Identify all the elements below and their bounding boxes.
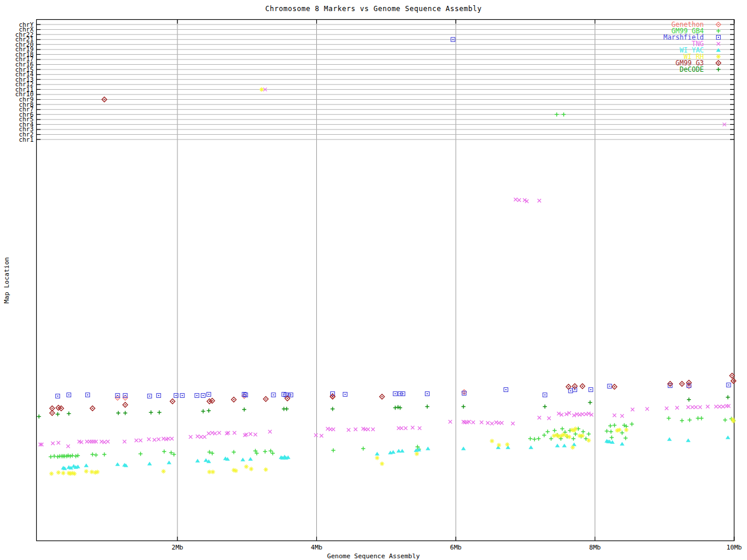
data-point-marker [102, 453, 106, 457]
data-point-marker [162, 450, 166, 454]
data-point-marker [55, 394, 60, 398]
data-point-marker [490, 422, 494, 425]
data-point-marker [74, 454, 78, 459]
data-point-marker [609, 430, 613, 434]
data-point-marker [116, 411, 120, 415]
series-gm99-gb4 [48, 113, 735, 459]
data-point-marker [537, 416, 541, 419]
data-point-marker [511, 422, 515, 425]
data-point-marker [537, 199, 541, 202]
data-point-marker [361, 447, 365, 451]
data-point-marker [543, 405, 547, 409]
x-tick-label: 4Mb [311, 544, 323, 551]
data-point-marker [90, 406, 95, 411]
data-point-marker [147, 438, 151, 441]
series-wi-yac [61, 435, 730, 470]
data-point-marker [725, 435, 730, 439]
data-point-marker [67, 393, 71, 397]
data-point-marker [233, 431, 236, 435]
data-point-marker [153, 438, 156, 442]
legend-marker-icon [717, 68, 721, 72]
data-point-marker [135, 439, 138, 442]
data-point-marker [425, 392, 430, 396]
data-point-marker [631, 408, 634, 411]
x-tick-label: 6Mb [450, 544, 462, 551]
data-point-marker [195, 394, 199, 398]
data-point-marker [218, 431, 221, 435]
chart-canvas: Chromosome 8 Markers vs Genome Sequence … [0, 0, 747, 560]
data-point-marker [94, 440, 97, 443]
plot-area: chrYchrXchr22chr21chr20chr19chr18chr17ch… [0, 0, 747, 560]
data-point-marker [620, 414, 624, 418]
data-point-marker [371, 428, 375, 431]
data-point-marker [687, 418, 692, 422]
data-point-marker [529, 445, 533, 449]
series-gm99-g3 [50, 97, 736, 415]
data-point-marker [148, 394, 152, 398]
data-point-marker [726, 396, 730, 400]
data-point-marker [138, 452, 142, 456]
data-point-marker [94, 453, 98, 457]
data-point-marker [620, 442, 624, 445]
data-point-marker [123, 411, 127, 415]
data-point-marker [289, 393, 293, 397]
data-point-marker [727, 383, 731, 387]
data-point-marker [612, 384, 617, 389]
data-point-marker [561, 113, 566, 117]
data-point-marker [462, 405, 466, 409]
data-point-marker [156, 394, 160, 398]
data-point-marker [285, 407, 289, 411]
data-point-marker [170, 399, 174, 404]
data-point-marker [553, 429, 557, 433]
data-point-marker [90, 453, 95, 457]
data-point-marker [366, 428, 370, 431]
data-point-marker [581, 430, 585, 434]
data-point-marker [504, 388, 508, 392]
data-point-marker [70, 454, 74, 458]
data-point-marker [393, 406, 397, 410]
legend-marker-icon [716, 48, 721, 51]
data-point-marker [123, 402, 127, 407]
data-point-marker [562, 443, 567, 447]
data-point-marker [157, 438, 160, 441]
data-point-marker [264, 467, 268, 472]
chromosome-label: chr1 [19, 136, 33, 143]
data-point-marker [679, 382, 684, 386]
data-point-marker [379, 394, 384, 399]
data-point-marker [723, 418, 727, 422]
data-point-marker [528, 437, 532, 441]
data-point-marker [375, 456, 379, 460]
data-point-marker [380, 461, 385, 466]
data-point-marker [686, 405, 690, 409]
data-point-marker [207, 393, 211, 397]
data-point-marker [330, 407, 334, 411]
data-point-marker [203, 435, 207, 439]
legend-label: DeCODE [679, 65, 704, 74]
data-point-marker [56, 470, 61, 475]
data-point-marker [139, 439, 142, 442]
data-point-marker [581, 412, 584, 416]
data-point-marker [320, 434, 323, 438]
data-point-marker [347, 428, 350, 432]
data-point-marker [354, 428, 357, 431]
data-point-marker [714, 405, 718, 408]
data-point-marker [547, 416, 551, 420]
legend: GenethonGM99 GB4MarshfieldTNGWI YACWI RH… [664, 20, 721, 74]
data-point-marker [84, 469, 89, 474]
data-point-marker [690, 405, 694, 409]
data-point-marker [248, 457, 253, 460]
data-point-marker [76, 454, 80, 458]
data-point-marker [608, 384, 612, 388]
data-point-marker [180, 394, 184, 398]
data-point-marker [667, 437, 672, 440]
data-point-marker [546, 430, 550, 434]
data-point-marker [213, 432, 217, 435]
data-point-marker [472, 421, 475, 424]
data-point-marker [49, 471, 54, 476]
data-point-marker [418, 426, 421, 430]
data-point-marker [207, 409, 211, 413]
data-point-marker [686, 380, 691, 385]
data-point-marker [37, 415, 41, 419]
data-point-marker [687, 398, 691, 402]
data-point-marker [103, 440, 106, 444]
